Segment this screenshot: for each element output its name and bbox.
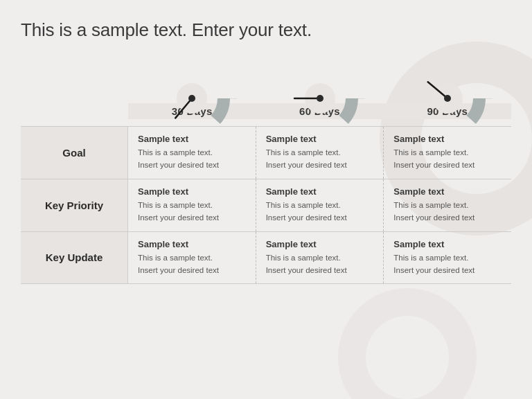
cell-goal-60-title: Sample text	[266, 134, 374, 144]
cell-goal-30-title: Sample text	[138, 134, 246, 144]
cell-priority-30-title: Sample text	[138, 186, 246, 197]
cell-update-60-title: Sample text	[266, 239, 374, 249]
cell-update-60-body: This is a sample text.Insert your desire…	[266, 251, 374, 277]
cell-update-30: Sample text This is a sample text.Insert…	[128, 232, 256, 284]
table-row-goal: Goal Sample text This is a sample text.I…	[21, 126, 511, 179]
cell-priority-60-title: Sample text	[266, 186, 374, 197]
cell-priority-90: Sample text This is a sample text.Insert…	[384, 179, 511, 231]
cell-priority-30-body: This is a sample text.Insert your desire…	[138, 199, 246, 224]
main-table: Goal Sample text This is a sample text.I…	[21, 126, 511, 284]
row-header-key-priority: Key Priority	[21, 179, 128, 231]
cell-priority-60: Sample text This is a sample text.Insert…	[256, 179, 384, 231]
cell-update-60: Sample text This is a sample text.Insert…	[256, 232, 384, 284]
cell-priority-90-body: This is a sample text.Insert your desire…	[393, 199, 502, 224]
table-row-key-update: Key Update Sample text This is a sample …	[21, 231, 511, 285]
cell-update-30-body: This is a sample text.Insert your desire…	[138, 251, 246, 277]
cell-priority-60-body: This is a sample text.Insert your desire…	[266, 199, 374, 224]
svg-point-27	[444, 95, 451, 102]
cell-goal-90-title: Sample text	[393, 134, 502, 144]
cell-goal-60: Sample text This is a sample text.Insert…	[256, 127, 384, 179]
gauge-col-30: 30 Days	[128, 53, 256, 119]
row-header-goal: Goal	[21, 127, 128, 179]
gauge-30	[147, 53, 237, 102]
svg-point-18	[317, 95, 323, 102]
main-title: This is a sample text. Enter your text.	[21, 19, 511, 41]
cell-priority-90-title: Sample text	[393, 186, 502, 197]
cell-update-90-title: Sample text	[393, 239, 502, 249]
gauge-col-90: 90 Days	[384, 53, 511, 119]
cell-goal-30-body: This is a sample text.Insert your desire…	[138, 146, 246, 172]
cell-priority-30: Sample text This is a sample text.Insert…	[128, 179, 256, 231]
cell-goal-90-body: This is a sample text.Insert your desire…	[393, 146, 502, 172]
gauge-col-60: 60 Days	[256, 53, 383, 119]
gauges-row: 30 Days	[21, 53, 511, 119]
gauge-60	[275, 53, 365, 102]
cell-goal-90: Sample text This is a sample text.Insert…	[384, 127, 511, 179]
cell-update-90-body: This is a sample text.Insert your desire…	[393, 251, 502, 277]
gauge-90	[402, 53, 493, 102]
svg-point-9	[188, 95, 195, 102]
cell-update-90: Sample text This is a sample text.Insert…	[384, 232, 511, 284]
cell-goal-30: Sample text This is a sample text.Insert…	[128, 127, 256, 179]
table-row-key-priority: Key Priority Sample text This is a sampl…	[21, 179, 511, 231]
cell-update-30-title: Sample text	[138, 239, 246, 249]
row-header-key-update: Key Update	[21, 232, 128, 284]
cell-goal-60-body: This is a sample text.Insert your desire…	[266, 146, 374, 172]
